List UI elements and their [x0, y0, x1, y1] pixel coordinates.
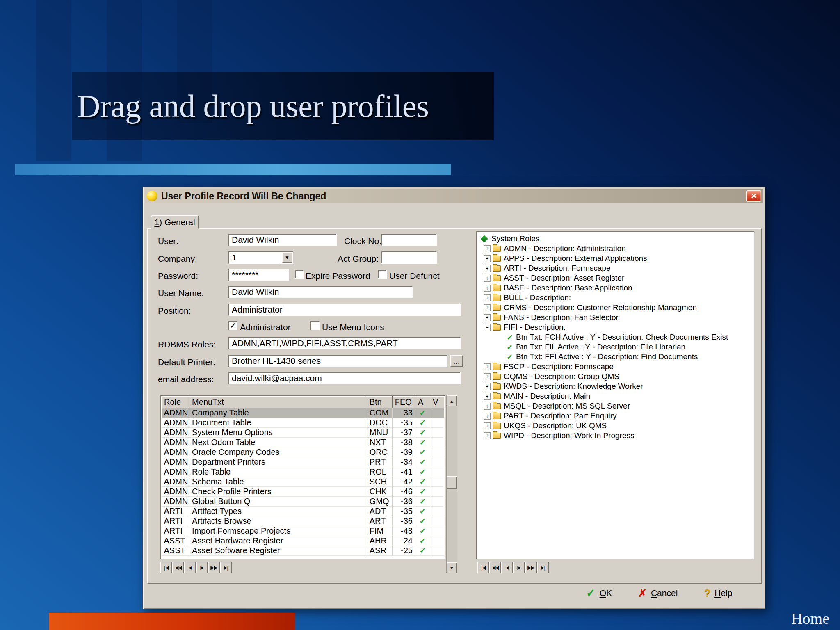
nav-button[interactable]: ▶▶ [525, 562, 537, 573]
administrator-checkbox[interactable]: ✓ [228, 321, 237, 330]
scroll-up-icon[interactable]: ▲ [447, 395, 457, 406]
nav-button[interactable]: |◀ [477, 562, 489, 573]
expand-toggle-icon[interactable]: + [484, 432, 491, 439]
help-button[interactable]: ?Help [704, 587, 732, 600]
expand-toggle-icon[interactable]: + [484, 304, 491, 311]
expand-toggle-icon[interactable]: + [484, 363, 491, 370]
table-row[interactable]: ADMNDepartment PrintersPRT-34✓ [162, 457, 444, 467]
expand-toggle-icon[interactable]: + [484, 403, 491, 410]
tree-item[interactable]: +FANS - Description: Fan Selector [479, 313, 753, 322]
close-button[interactable]: ✕ [746, 190, 761, 202]
user-defunct-checkbox[interactable] [378, 270, 387, 279]
table-row[interactable]: ADMNNext Odom TableNXT-38✓ [162, 438, 444, 447]
expand-toggle-icon[interactable]: + [484, 265, 491, 272]
tree-item[interactable]: +BASE - Description: Base Application [479, 283, 753, 293]
cancel-button[interactable]: ✗Cancel [638, 587, 678, 599]
expand-toggle-icon[interactable]: + [484, 413, 491, 420]
expand-toggle-icon[interactable]: + [484, 422, 491, 429]
table-row[interactable]: ASSTAsset Software RegisterASR-25✓ [162, 546, 444, 556]
nav-button[interactable]: ▶| [220, 562, 232, 573]
table-row[interactable]: ADMNCompany TableCOM-33✓ [162, 408, 444, 418]
expand-toggle-icon[interactable]: + [484, 294, 491, 301]
act-group-input[interactable] [381, 251, 437, 264]
tree-item[interactable]: +KWDS - Description: Knowledge Worker [479, 381, 753, 391]
table-row[interactable]: ARTIArtifact TypesADT-35✓ [162, 507, 444, 516]
tree-item[interactable]: System Roles [479, 234, 753, 244]
table-row[interactable]: ARTIArtifacts BrowseART-36✓ [162, 516, 444, 526]
printer-browse-button[interactable]: ... [450, 355, 463, 367]
nav-button[interactable]: |◀ [160, 562, 172, 573]
nav-button[interactable]: ▶ [196, 562, 208, 573]
tree-item[interactable]: +APPS - Description: External Applicatio… [479, 253, 753, 263]
grid-column-header[interactable]: V [430, 397, 444, 408]
clock-no-input[interactable] [381, 234, 437, 246]
grid-column-header[interactable]: FEQ [392, 397, 415, 408]
password-input[interactable] [228, 269, 289, 281]
expand-toggle-icon[interactable]: + [484, 275, 491, 282]
tree-item[interactable]: +UKQS - Description: UK QMS [479, 421, 753, 431]
home-link[interactable]: Home [791, 609, 829, 628]
tree-item[interactable]: +WIPD - Description: Work In Progress [479, 431, 753, 441]
expand-toggle-icon[interactable]: + [484, 245, 491, 252]
scroll-down-icon[interactable]: ▼ [447, 562, 457, 573]
tab-general[interactable]: 1) General [151, 215, 199, 229]
tree-item[interactable]: ✓Btn Txt: FCH Active : Y - Description: … [479, 332, 753, 342]
table-row[interactable]: ADMNGlobal Button QGMQ-36✓ [162, 497, 444, 507]
table-row[interactable]: ADMNOracle Company CodesORC-39✓ [162, 447, 444, 457]
tree-item[interactable]: ✓Btn Txt: FFI Active : Y - Description: … [479, 352, 753, 362]
user-name-input[interactable] [228, 286, 413, 298]
grid-scrollbar[interactable]: ▲ ▼ [446, 395, 457, 573]
tree-item[interactable]: +MSQL - Description: MS SQL Server [479, 401, 753, 411]
tree-item[interactable]: +ARTI - Description: Formscape [479, 263, 753, 273]
nav-button[interactable]: ▶▶ [208, 562, 220, 573]
table-row[interactable]: ADMNSystem Menu OptionsMNU-37✓ [162, 428, 444, 438]
user-input[interactable] [228, 234, 337, 246]
table-row[interactable]: ASSTAsset Hardware RegisterAHR-24✓ [162, 536, 444, 546]
nav-button[interactable]: ▶ [513, 562, 525, 573]
table-row[interactable]: ADMNSchema TableSCH-42✓ [162, 477, 444, 487]
expand-toggle-icon[interactable]: + [484, 383, 491, 390]
expire-password-checkbox[interactable] [295, 270, 304, 279]
nav-button[interactable]: ◀ [184, 562, 196, 573]
tree-item[interactable]: +MAIN - Description: Main [479, 391, 753, 401]
expand-toggle-icon[interactable]: + [484, 255, 491, 262]
expand-toggle-icon[interactable]: + [484, 314, 491, 321]
default-printer-input[interactable] [228, 355, 447, 367]
grid-column-header[interactable]: Role [162, 397, 189, 408]
system-roles-tree[interactable]: System Roles+ADMN - Description: Adminis… [476, 231, 754, 559]
tree-item[interactable]: −FIFI - Description: [479, 322, 753, 332]
ok-button[interactable]: ✓OK [586, 587, 612, 600]
grid-column-header[interactable]: A [415, 397, 430, 408]
tree-item[interactable]: +CRMS - Description: Customer Relationsh… [479, 303, 753, 313]
dialog-titlebar[interactable]: User Profile Record Will Be Changed ✕ [145, 189, 763, 203]
grid-column-header[interactable]: Btn [367, 397, 392, 408]
scroll-thumb[interactable] [447, 476, 457, 489]
tree-item[interactable]: +BULL - Description: [479, 293, 753, 303]
expand-toggle-icon[interactable]: + [484, 285, 491, 292]
nav-button[interactable]: ◀ [501, 562, 513, 573]
table-row[interactable]: ARTIImport Formscape ProjectsFIM-48✓ [162, 526, 444, 536]
tree-item[interactable]: +ADMN - Description: Administration [479, 244, 753, 253]
expand-toggle-icon[interactable]: + [484, 373, 491, 380]
tree-item[interactable]: +GQMS - Description: Group QMS [479, 372, 753, 381]
tree-item[interactable]: +PART - Description: Part Enquiry [479, 411, 753, 421]
expand-toggle-icon[interactable]: + [484, 393, 491, 400]
position-input[interactable] [228, 304, 461, 316]
menu-grid[interactable]: RoleMenuTxtBtnFEQAV ADMNCompany TableCOM… [160, 395, 445, 559]
tree-item[interactable]: +ASST - Description: Asset Register [479, 273, 753, 283]
chevron-down-icon[interactable]: ▼ [282, 252, 292, 263]
nav-button[interactable]: ◀◀ [489, 562, 501, 573]
tree-item[interactable]: ✓Btn Txt: FIL Active : Y - Description: … [479, 342, 753, 352]
tree-item[interactable]: +FSCP - Description: Formscape [479, 362, 753, 372]
email-address-input[interactable] [228, 372, 461, 384]
nav-button[interactable]: ◀◀ [172, 562, 184, 573]
grid-column-header[interactable]: MenuTxt [189, 397, 367, 408]
table-row[interactable]: ADMNDocument TableDOC-35✓ [162, 418, 444, 428]
table-row[interactable]: ADMNRole TableROL-41✓ [162, 467, 444, 477]
use-menu-icons-checkbox[interactable] [310, 321, 320, 330]
expand-toggle-icon[interactable]: − [484, 324, 491, 331]
company-select[interactable]: 1 ▼ [228, 251, 293, 264]
rdbms-roles-input[interactable] [228, 337, 461, 349]
table-row[interactable]: ADMNCheck Profile PrintersCHK-46✓ [162, 487, 444, 497]
nav-button[interactable]: ▶| [537, 562, 549, 573]
